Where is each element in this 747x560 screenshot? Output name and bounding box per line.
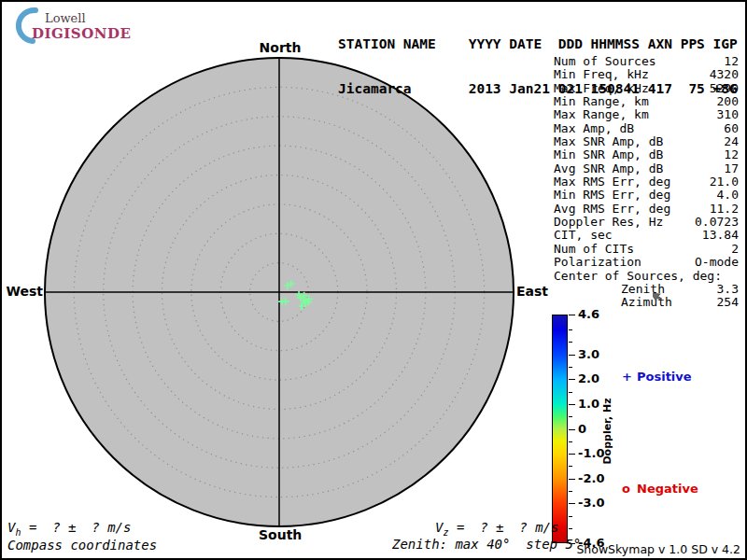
colorbar-minor-tick bbox=[569, 342, 572, 343]
logo-digisonde-text: DIGISONDE bbox=[32, 25, 131, 42]
colorbar-minor-tick bbox=[569, 441, 572, 442]
info-row: Max Range, km310 bbox=[554, 108, 739, 121]
colorbar-tick-label: -3.0 bbox=[578, 496, 604, 510]
info-row: Max Amp, dB60 bbox=[554, 122, 739, 135]
colorbar-minor-tick bbox=[569, 329, 572, 330]
colorbar-major-tick bbox=[569, 429, 575, 430]
colorbar-minor-tick bbox=[569, 491, 572, 492]
vz-velocity-readout: Vz = ? ± ? m/s bbox=[435, 520, 558, 538]
info-row: Doppler Res, Hz0.0723 bbox=[554, 216, 739, 229]
colorbar-major-tick bbox=[569, 454, 575, 455]
info-row: Max SNR Amp, dB24 bbox=[554, 135, 739, 148]
info-row: Num of CITs2 bbox=[554, 243, 739, 256]
colorbar-tick-label: 1.0 bbox=[578, 397, 599, 411]
info-panel: Num of Sources12Min Freq, kHz4320Max Fre… bbox=[554, 55, 739, 310]
colorbar-major-tick bbox=[569, 479, 575, 480]
colorbar-major-tick bbox=[569, 503, 575, 504]
colorbar-tick-label: 2.0 bbox=[578, 371, 599, 385]
colorbar-major-tick bbox=[569, 315, 575, 315]
lowell-digisonde-logo: Lowell DIGISONDE bbox=[7, 6, 129, 45]
doppler-colorbar-ticks: 4.63.02.01.00-1.0-2.0-3.0-4.6 bbox=[569, 315, 625, 543]
colorbar-tick-label: 0 bbox=[578, 421, 586, 435]
info-row: Min Range, km200 bbox=[554, 95, 739, 108]
colorbar-minor-tick bbox=[569, 528, 572, 529]
version-text: ShowSkymap v 1.0 SD v 4.2 bbox=[576, 542, 740, 556]
legend-negative: oNegative bbox=[622, 482, 698, 496]
colorbar-minor-tick bbox=[569, 416, 572, 417]
info-row: Center of Sources, deg: bbox=[554, 270, 739, 283]
info-row: Min Freq, kHz4320 bbox=[554, 68, 739, 81]
compass-label-east: East bbox=[516, 284, 548, 299]
colorbar-minor-tick bbox=[569, 392, 572, 393]
info-row: CIT, sec13.84 bbox=[554, 229, 739, 242]
info-row: Min SNR Amp, dB12 bbox=[554, 148, 739, 161]
zenith-range-note: Zenith: max 40° step 5° bbox=[392, 537, 581, 552]
colorbar-tick-label: 3.0 bbox=[578, 346, 599, 360]
legend-negative-label: Negative bbox=[637, 482, 698, 496]
doppler-colorbar-title: Doppler, Hz bbox=[601, 389, 614, 473]
circle-symbol: o bbox=[622, 482, 637, 496]
showskymap-window: { "logo": { "line1": "Lowell", "line2": … bbox=[0, 0, 747, 560]
info-row: Max RMS Err, deg21.0 bbox=[554, 175, 739, 189]
compass-label-west: West bbox=[6, 284, 43, 299]
info-row: Avg SNR Amp, dB17 bbox=[554, 162, 739, 175]
colorbar-tick-label: 4.6 bbox=[578, 307, 599, 321]
colorbar-minor-tick bbox=[569, 367, 572, 368]
vh-velocity-readout: Vh = ? ± ? m/s bbox=[7, 520, 131, 538]
info-row: Zenith3.3 bbox=[554, 283, 739, 296]
colorbar-minor-tick bbox=[569, 516, 572, 517]
compass-label-south: South bbox=[259, 527, 302, 542]
legend-positive: +Positive bbox=[622, 370, 692, 384]
mouse-cursor-icon bbox=[653, 289, 664, 302]
coordinates-note: Compass coordinates bbox=[7, 538, 157, 553]
logo-lowell-text: Lowell bbox=[45, 11, 86, 25]
legend-positive-label: Positive bbox=[637, 370, 692, 384]
colorbar-major-tick bbox=[569, 404, 575, 405]
colorbar-major-tick bbox=[569, 355, 575, 356]
station-header-columns: STATION NAME YYYY DATE DDD HHMMSS AXN PP… bbox=[338, 36, 738, 51]
info-row: Max Freq, kHz5290 bbox=[554, 82, 739, 95]
colorbar-minor-tick bbox=[569, 466, 572, 467]
colorbar-major-tick bbox=[569, 379, 575, 380]
info-row: Min RMS Err, deg4.0 bbox=[554, 189, 739, 202]
compass-label-north: North bbox=[259, 40, 302, 55]
plus-symbol: + bbox=[622, 370, 637, 384]
info-row: Num of Sources12 bbox=[554, 55, 739, 68]
info-row: PolarizationO-mode bbox=[554, 256, 739, 269]
doppler-colorbar bbox=[552, 315, 568, 543]
info-row: Avg RMS Err, deg11.2 bbox=[554, 203, 739, 216]
